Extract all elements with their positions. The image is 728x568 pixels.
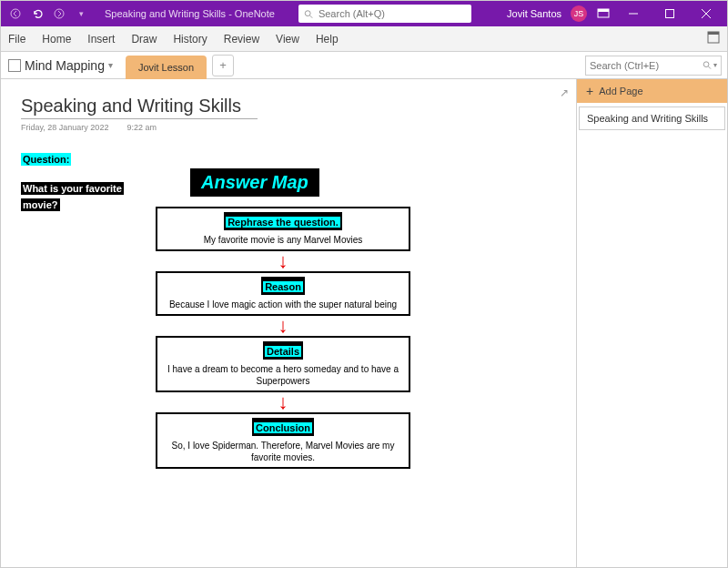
customize-qat-icon[interactable]: ▾ xyxy=(74,6,88,21)
back-icon[interactable] xyxy=(8,6,23,21)
add-section-button[interactable]: + xyxy=(212,55,234,76)
question-text-line2: movie? xyxy=(21,198,60,211)
search-icon xyxy=(703,60,712,70)
mm-text: So, I love Spiderman. Therefore, Marvel … xyxy=(163,440,403,463)
mm-label: Conclusion xyxy=(252,418,314,436)
svg-line-3 xyxy=(310,15,313,18)
mm-box-reason: Reason Because I love magic action with … xyxy=(156,271,410,316)
mm-text: My favorite movie is any Marvel Movies xyxy=(163,234,403,246)
mm-text: Because I love magic action with the sup… xyxy=(163,299,403,310)
mm-box-details: Details I have a dream to become a hero … xyxy=(156,336,410,392)
search-dropdown-icon[interactable]: ▾ xyxy=(713,61,717,69)
ribbon-tab-help[interactable]: Help xyxy=(316,33,339,46)
question-label: Question: xyxy=(21,153,71,166)
title-underline xyxy=(21,118,258,119)
question-text-line1: What is your favorite xyxy=(21,182,124,195)
ribbon-tab-review[interactable]: Review xyxy=(224,33,259,46)
mm-text: I have a dream to become a hero someday … xyxy=(163,363,403,387)
notebook-icon xyxy=(8,59,21,72)
mm-label: Rephrase the question. xyxy=(224,212,342,230)
ribbon-tab-file[interactable]: File xyxy=(8,33,25,46)
user-avatar[interactable]: JS xyxy=(571,5,587,22)
redo-icon[interactable] xyxy=(52,6,66,21)
user-name[interactable]: Jovit Santos xyxy=(507,8,561,19)
svg-rect-11 xyxy=(708,32,719,35)
svg-point-1 xyxy=(55,9,64,18)
ribbon-tab-view[interactable]: View xyxy=(276,33,299,46)
svg-point-0 xyxy=(11,9,20,18)
svg-rect-7 xyxy=(666,10,674,18)
full-page-view-icon[interactable] xyxy=(707,31,720,46)
global-search-input[interactable] xyxy=(318,8,466,19)
page-meta: Friday, 28 January 2022 9:22 am xyxy=(21,123,556,132)
page-time: 9:22 am xyxy=(126,123,157,132)
ribbon-tab-home[interactable]: Home xyxy=(42,33,71,46)
expand-icon[interactable]: ↗ xyxy=(560,86,569,99)
ribbon-display-icon[interactable] xyxy=(596,6,611,21)
page-title[interactable]: Speaking and Writing Skills xyxy=(21,96,556,117)
global-search[interactable] xyxy=(298,5,471,23)
section-tab-label: Jovit Lesson xyxy=(138,62,194,73)
minimize-button[interactable] xyxy=(620,1,647,26)
svg-point-2 xyxy=(305,10,310,15)
ribbon-tab-history[interactable]: History xyxy=(173,33,207,46)
chevron-down-icon: ▾ xyxy=(108,60,113,70)
ribbon: File Home Insert Draw History Review Vie… xyxy=(1,26,727,52)
add-page-label: Add Page xyxy=(599,86,642,96)
svg-point-12 xyxy=(703,62,709,67)
page-search-input[interactable] xyxy=(590,60,703,71)
ribbon-tab-insert[interactable]: Insert xyxy=(87,33,115,46)
mm-box-rephrase: Rephrase the question. My favorite movie… xyxy=(156,207,410,251)
page-date: Friday, 28 January 2022 xyxy=(21,123,108,132)
ribbon-tab-draw[interactable]: Draw xyxy=(131,33,157,46)
mm-label: Reason xyxy=(261,277,305,295)
page-list-sidebar: + Add Page Speaking and Writing Skills xyxy=(576,79,727,568)
arrow-down-icon: ↓ xyxy=(156,253,410,269)
maximize-button[interactable] xyxy=(656,1,683,26)
notebook-selector[interactable]: Mind Mapping ▾ xyxy=(8,58,126,73)
svg-rect-5 xyxy=(598,9,609,12)
notebook-name-label: Mind Mapping xyxy=(25,58,105,73)
mm-box-conclusion: Conclusion So, I love Spiderman. Therefo… xyxy=(156,412,410,469)
svg-line-13 xyxy=(709,66,711,68)
undo-icon[interactable] xyxy=(30,6,45,21)
arrow-down-icon: ↓ xyxy=(156,318,410,334)
section-bar: Mind Mapping ▾ Jovit Lesson + ▾ xyxy=(1,52,727,79)
section-tab-active[interactable]: Jovit Lesson xyxy=(126,56,207,79)
titlebar: ▾ Speaking and Writing Skills - OneNote … xyxy=(1,1,727,26)
window-title: Speaking and Writing Skills - OneNote xyxy=(105,8,275,19)
plus-icon: + xyxy=(586,84,593,98)
page-canvas[interactable]: ↗ Speaking and Writing Skills Friday, 28… xyxy=(1,79,576,568)
page-search[interactable]: ▾ xyxy=(585,56,722,76)
mind-map: Rephrase the question. My favorite movie… xyxy=(156,207,410,469)
add-page-button[interactable]: + Add Page xyxy=(577,79,727,103)
page-list-item[interactable]: Speaking and Writing Skills xyxy=(579,106,725,130)
search-icon xyxy=(304,9,313,19)
answer-map-title: Answer Map xyxy=(190,168,319,197)
mm-label: Details xyxy=(263,341,303,360)
arrow-down-icon: ↓ xyxy=(156,394,410,411)
close-button[interactable] xyxy=(693,1,720,26)
